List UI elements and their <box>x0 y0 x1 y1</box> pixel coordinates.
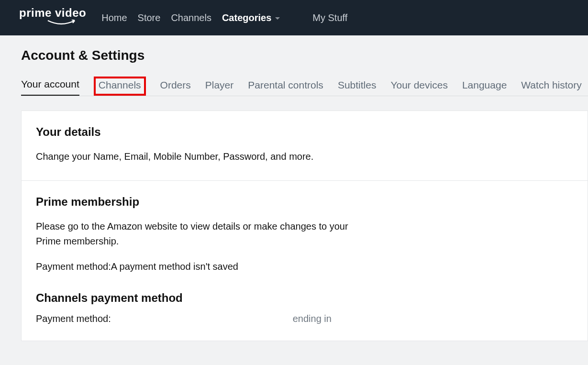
nav-channels[interactable]: Channels <box>171 12 211 23</box>
prime-payment-line: Payment method:A payment method isn't sa… <box>36 259 361 274</box>
top-nav: prime video Home Store Channels Categori… <box>0 0 588 35</box>
smile-icon <box>47 20 81 29</box>
tab-channels[interactable]: Channels <box>94 77 146 96</box>
nav-categories[interactable]: Categories <box>222 12 280 23</box>
prime-video-logo[interactable]: prime video <box>19 7 86 29</box>
nav-my-stuff[interactable]: My Stuff <box>312 12 347 23</box>
tab-parental-controls[interactable]: Parental controls <box>248 79 323 96</box>
card-title-prime: Prime membership <box>36 195 573 209</box>
card-body-prime: Please go to the Amazon website to view … <box>36 219 361 249</box>
settings-cards: Your details Change your Name, Email, Mo… <box>21 111 588 341</box>
page-content: Account & Settings Your account Channels… <box>0 35 588 341</box>
tab-subtitles[interactable]: Subtitles <box>338 79 377 96</box>
nav-home[interactable]: Home <box>101 12 127 23</box>
card-title-your-details: Your details <box>36 125 573 139</box>
card-your-details[interactable]: Your details Change your Name, Email, Mo… <box>21 111 588 180</box>
tab-orders[interactable]: Orders <box>160 79 191 96</box>
logo-text: prime video <box>19 7 86 19</box>
tab-language[interactable]: Language <box>462 79 507 96</box>
nav-items: Home Store Channels Categories My Stuff <box>101 12 347 23</box>
channels-payment-label: Payment method: <box>36 313 111 324</box>
tab-your-devices[interactable]: Your devices <box>390 79 447 96</box>
tab-watch-history[interactable]: Watch history <box>521 79 581 96</box>
channels-payment-ending: ending in <box>293 313 332 324</box>
card-body-your-details: Change your Name, Email, Mobile Number, … <box>36 149 361 164</box>
card-title-channels-payment: Channels payment method <box>36 291 573 305</box>
settings-tabs: Your account Channels Orders Player Pare… <box>21 77 588 96</box>
channels-payment-row: Payment method: ending in <box>36 313 573 324</box>
tab-your-account[interactable]: Your account <box>21 78 79 96</box>
tab-player[interactable]: Player <box>205 79 234 96</box>
page-title: Account & Settings <box>21 48 588 63</box>
card-prime-membership: Prime membership Please go to the Amazon… <box>21 180 588 341</box>
nav-store[interactable]: Store <box>138 12 161 23</box>
